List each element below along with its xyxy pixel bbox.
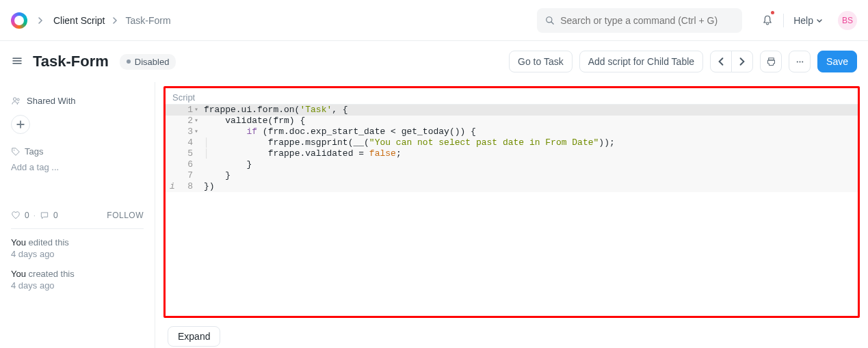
add-tag-input[interactable]: Add a tag ... xyxy=(11,162,144,172)
plus-icon xyxy=(16,120,25,129)
record-nav xyxy=(710,51,753,72)
svg-line-1 xyxy=(551,21,554,24)
page-title: Task-Form xyxy=(33,53,109,70)
svg-point-8 xyxy=(802,61,803,62)
script-editor-highlight: Script 1▾frappe.ui.form.on('Task', {2▾ v… xyxy=(163,86,860,318)
chevron-left-icon xyxy=(717,57,725,66)
search-icon xyxy=(545,16,555,25)
help-label: Help xyxy=(793,15,813,26)
heart-icon[interactable] xyxy=(11,211,21,220)
hamburger-icon xyxy=(11,55,23,67)
add-shared-button[interactable] xyxy=(11,115,30,134)
tag-icon xyxy=(11,147,21,157)
main-layout: Shared With Tags Add a tag ... 0 · 0 FOL… xyxy=(0,82,868,348)
svg-point-6 xyxy=(796,61,798,62)
users-icon xyxy=(11,96,21,106)
likes-count: 0 xyxy=(25,211,29,220)
svg-point-9 xyxy=(13,97,16,100)
next-record-button[interactable] xyxy=(731,51,753,72)
printer-icon xyxy=(766,57,776,67)
divider xyxy=(783,14,784,27)
social-counters: 0 · 0 FOLLOW xyxy=(11,211,144,220)
status-badge: Disabled xyxy=(120,54,176,70)
form-content: Script 1▾frappe.ui.form.on('Task', {2▾ v… xyxy=(155,82,868,348)
page-toolbar: Task-Form Disabled Go to Task Add script… xyxy=(0,41,868,82)
notifications-button[interactable] xyxy=(761,11,774,30)
svg-point-10 xyxy=(17,98,19,101)
comment-icon[interactable] xyxy=(40,211,49,220)
comments-count: 0 xyxy=(53,211,58,220)
tags-label: Tags xyxy=(25,146,43,157)
svg-point-7 xyxy=(799,61,800,62)
activity-log: You edited this4 days agoYou created thi… xyxy=(11,237,144,291)
breadcrumb: Client Script Task-Form xyxy=(53,15,171,26)
go-to-button[interactable]: Go to Task xyxy=(509,51,573,72)
script-field-label: Script xyxy=(166,88,858,104)
search-input[interactable] xyxy=(560,15,734,26)
save-button[interactable]: Save xyxy=(817,51,857,72)
chevron-right-icon xyxy=(37,15,44,26)
global-search[interactable] xyxy=(537,8,742,33)
more-menu-button[interactable] xyxy=(789,51,811,72)
sidebar-toggle[interactable] xyxy=(11,55,23,69)
status-label: Disabled xyxy=(135,57,170,67)
add-script-button[interactable]: Add script for Child Table xyxy=(579,51,703,72)
chevron-right-icon xyxy=(738,57,746,66)
prev-record-button[interactable] xyxy=(710,51,732,72)
breadcrumb-item-current: Task-Form xyxy=(125,15,170,26)
shared-with-label: Shared With xyxy=(27,96,76,106)
user-avatar[interactable]: BS xyxy=(838,11,857,30)
form-sidebar: Shared With Tags Add a tag ... 0 · 0 FOL… xyxy=(0,82,155,348)
shared-with-row[interactable]: Shared With xyxy=(11,90,144,111)
breadcrumb-item-parent[interactable]: Client Script xyxy=(53,15,105,26)
chevron-right-icon xyxy=(111,15,118,26)
code-editor[interactable]: 1▾frappe.ui.form.on('Task', {2▾ validate… xyxy=(166,104,858,192)
dots-icon xyxy=(795,57,805,67)
print-button[interactable] xyxy=(760,51,782,72)
tags-section: Tags xyxy=(11,146,144,157)
app-logo[interactable] xyxy=(11,12,27,29)
app-header: Client Script Task-Form Help BS xyxy=(0,0,868,41)
help-menu[interactable]: Help xyxy=(793,15,823,26)
chevron-down-icon xyxy=(816,17,823,24)
divider xyxy=(11,228,144,229)
bell-icon xyxy=(761,14,774,27)
notification-dot xyxy=(771,11,774,14)
expand-button[interactable]: Expand xyxy=(168,326,220,347)
follow-button[interactable]: FOLLOW xyxy=(107,211,144,220)
svg-point-13 xyxy=(14,149,14,150)
